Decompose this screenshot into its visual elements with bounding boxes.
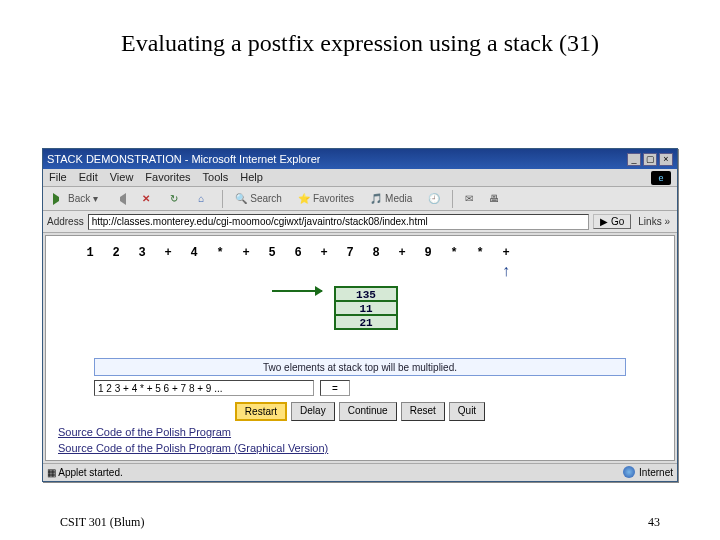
push-arrow-icon: [272, 290, 322, 292]
token: 6: [292, 246, 304, 260]
statusbar: ▦ Applet started. Internet: [43, 463, 677, 481]
print-button[interactable]: 🖶: [483, 191, 505, 206]
token-row: 1 2 3 + 4 * + 5 6 + 7 8 + 9 * * +: [54, 242, 666, 262]
menu-view[interactable]: View: [110, 171, 134, 184]
status-zone: Internet: [623, 466, 673, 478]
favorites-button[interactable]: ⭐ Favorites: [292, 191, 360, 206]
menu-help[interactable]: Help: [240, 171, 263, 184]
token: *: [214, 246, 226, 260]
close-button[interactable]: ×: [659, 153, 673, 166]
slide-title: Evaluating a postfix expression using a …: [0, 0, 720, 70]
home-icon: [198, 193, 210, 205]
button-row: Restart Delay Continue Reset Quit: [54, 402, 666, 421]
footer-left: CSIT 301 (Blum): [60, 515, 144, 530]
window-title: STACK DEMONSTRATION - Microsoft Internet…: [47, 153, 320, 165]
stop-button[interactable]: ✕: [136, 191, 160, 207]
current-token-arrow-icon: ↑: [502, 262, 510, 280]
go-button[interactable]: ▶ Go: [593, 214, 631, 229]
home-button[interactable]: [192, 191, 216, 207]
titlebar: STACK DEMONSTRATION - Microsoft Internet…: [43, 149, 677, 169]
menu-favorites[interactable]: Favorites: [145, 171, 190, 184]
forward-icon: [114, 193, 126, 205]
forward-button[interactable]: [108, 191, 132, 207]
toolbar: Back ▾ ✕ 🔍 Search ⭐ Favorites 🎵 Media 🕘 …: [43, 187, 677, 211]
restart-button[interactable]: Restart: [235, 402, 287, 421]
address-label: Address: [47, 216, 84, 227]
token: +: [162, 246, 174, 260]
expression-line: [94, 380, 626, 396]
stack-area: 135 11 21: [54, 286, 666, 350]
menu-file[interactable]: File: [49, 171, 67, 184]
window-controls: _ ▢ ×: [627, 153, 673, 166]
expression-input[interactable]: [94, 380, 314, 396]
refresh-button[interactable]: [164, 191, 188, 207]
globe-icon: [623, 466, 635, 478]
links-label[interactable]: Links »: [635, 216, 673, 227]
media-button[interactable]: 🎵 Media: [364, 191, 418, 206]
token: +: [396, 246, 408, 260]
stop-icon: ✕: [142, 193, 154, 205]
ie-logo-icon: e: [651, 171, 671, 185]
token: 4: [188, 246, 200, 260]
continue-button[interactable]: Continue: [339, 402, 397, 421]
source-link-1[interactable]: Source Code of the Polish Program: [58, 425, 662, 439]
token: +: [240, 246, 252, 260]
applet-area: 1 2 3 + 4 * + 5 6 + 7 8 + 9 * * + ↑ 135 …: [45, 235, 675, 461]
source-link-2[interactable]: Source Code of the Polish Program (Graph…: [58, 441, 662, 455]
quit-button[interactable]: Quit: [449, 402, 485, 421]
stack: 135 11 21: [334, 286, 398, 330]
token: 5: [266, 246, 278, 260]
token: *: [448, 246, 460, 260]
address-input[interactable]: [88, 214, 590, 230]
refresh-icon: [170, 193, 182, 205]
search-button[interactable]: 🔍 Search: [229, 191, 288, 206]
step-input[interactable]: [320, 380, 350, 396]
token: 2: [110, 246, 122, 260]
reset-button[interactable]: Reset: [401, 402, 445, 421]
token: 3: [136, 246, 148, 260]
back-icon: [53, 193, 65, 205]
delay-button[interactable]: Delay: [291, 402, 335, 421]
minimize-button[interactable]: _: [627, 153, 641, 166]
footer-right: 43: [648, 515, 660, 530]
token: 9: [422, 246, 434, 260]
back-button[interactable]: Back ▾: [47, 191, 104, 207]
menu-edit[interactable]: Edit: [79, 171, 98, 184]
menubar: File Edit View Favorites Tools Help e: [43, 169, 677, 187]
browser-window: STACK DEMONSTRATION - Microsoft Internet…: [42, 148, 678, 482]
message-bar: Two elements at stack top will be multip…: [94, 358, 626, 376]
history-button[interactable]: 🕘: [422, 191, 446, 206]
token: *: [474, 246, 486, 260]
toolbar-separator: [222, 190, 223, 208]
token: 7: [344, 246, 356, 260]
address-bar: Address ▶ Go Links »: [43, 211, 677, 233]
token: 1: [84, 246, 96, 260]
pointer-row: ↑: [54, 262, 666, 280]
toolbar-separator-2: [452, 190, 453, 208]
token: +: [318, 246, 330, 260]
token: 8: [370, 246, 382, 260]
menu-tools[interactable]: Tools: [203, 171, 229, 184]
stack-cell: 21: [334, 314, 398, 330]
mail-button[interactable]: ✉: [459, 191, 479, 206]
maximize-button[interactable]: ▢: [643, 153, 657, 166]
status-left: ▦ Applet started.: [47, 467, 123, 478]
token: +: [500, 246, 512, 260]
